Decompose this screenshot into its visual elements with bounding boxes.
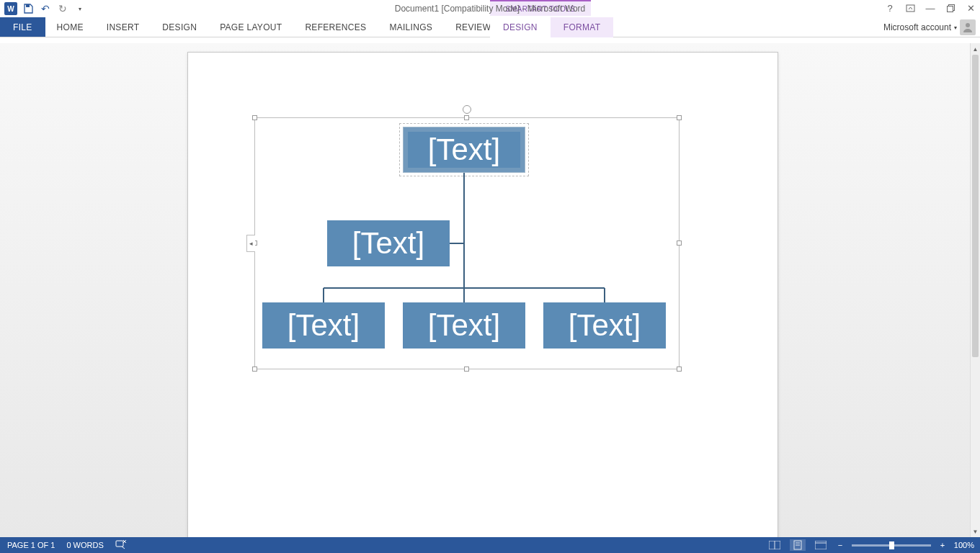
resize-handle[interactable] (252, 367, 257, 372)
view-read-mode-icon[interactable] (767, 539, 783, 551)
tab-references[interactable]: REFERENCES (293, 17, 378, 37)
avatar-icon (960, 19, 976, 35)
zoom-in-button[interactable]: + (938, 541, 947, 549)
view-web-layout-icon[interactable] (813, 539, 829, 551)
account-menu[interactable]: Microsoft account ▾ (883, 17, 976, 37)
close-icon[interactable]: ✕ (964, 1, 977, 14)
page-indicator[interactable]: PAGE 1 OF 1 (7, 541, 55, 549)
tab-smartart-format[interactable]: FORMAT (551, 17, 614, 37)
zoom-out-button[interactable]: − (836, 541, 845, 549)
resize-handle[interactable] (677, 115, 682, 120)
smartart-node-top[interactable]: [Text] (403, 127, 525, 173)
smartart-node-child-2[interactable]: [Text] (403, 302, 525, 349)
tab-mailings[interactable]: MAILINGS (378, 17, 444, 37)
resize-handle[interactable] (677, 240, 682, 246)
resize-handle[interactable] (464, 115, 469, 120)
contextual-tabs: DESIGN FORMAT (490, 17, 613, 37)
resize-handle[interactable] (252, 115, 257, 120)
scroll-up-icon[interactable]: ▲ (971, 43, 980, 55)
svg-rect-23 (815, 541, 827, 549)
save-icon[interactable] (22, 2, 35, 15)
scroll-thumb[interactable] (972, 55, 979, 357)
minimize-icon[interactable]: — (924, 1, 937, 14)
word-app-icon[interactable]: W (4, 2, 17, 15)
smartart-selection-frame[interactable]: ◂ [Text] [Text] [Text] [Text] [Text] (254, 117, 680, 369)
document-canvas[interactable]: ◂ [Text] [Text] [Text] [Text] [Text] (0, 43, 970, 537)
rotate-handle-icon[interactable] (463, 105, 471, 114)
tab-smartart-design[interactable]: DESIGN (490, 17, 551, 37)
tab-home[interactable]: HOME (45, 17, 95, 37)
redo-icon[interactable]: ↻ (56, 2, 69, 15)
tab-file[interactable]: FILE (0, 17, 45, 37)
text-pane-toggle-icon[interactable]: ◂ (246, 235, 255, 252)
page[interactable]: ◂ [Text] [Text] [Text] [Text] [Text] (187, 52, 778, 537)
svg-rect-6 (26, 4, 30, 7)
title-bar: W ↶ ↻ ▾ SMARTART TOOLS Document1 [Compat… (0, 0, 980, 17)
undo-icon[interactable]: ↶ (39, 2, 52, 15)
svg-rect-17 (116, 541, 123, 547)
ribbon-display-icon[interactable] (904, 1, 917, 14)
vertical-scrollbar[interactable]: ▲ ▼ (970, 43, 980, 537)
window-controls: ? — ✕ (883, 1, 977, 14)
zoom-slider[interactable] (852, 544, 931, 547)
resize-handle[interactable] (677, 367, 682, 372)
spellcheck-icon[interactable] (115, 539, 127, 551)
svg-rect-9 (947, 6, 953, 12)
smartart-node-child-1[interactable]: [Text] (262, 302, 385, 349)
help-icon[interactable]: ? (883, 1, 896, 14)
zoom-level[interactable]: 100% (954, 541, 974, 549)
zoom-slider-knob[interactable] (889, 541, 894, 549)
chevron-down-icon: ▾ (954, 24, 957, 31)
smartart-node-assistant[interactable]: [Text] (327, 220, 450, 266)
smartart-node-child-3[interactable]: [Text] (543, 302, 666, 349)
ribbon-collapsed-body (0, 37, 980, 43)
word-count[interactable]: 0 WORDS (66, 541, 103, 549)
restore-icon[interactable] (944, 1, 957, 14)
status-bar: PAGE 1 OF 1 0 WORDS − + 100% (0, 537, 980, 553)
quick-access-toolbar: W ↶ ↻ ▾ (0, 2, 86, 15)
tab-design[interactable]: DESIGN (151, 17, 208, 37)
window-title: Document1 [Compatibility Mode] - Microso… (395, 4, 586, 14)
svg-rect-7 (906, 5, 914, 12)
ribbon-tabs: FILE HOME INSERT DESIGN PAGE LAYOUT REFE… (0, 17, 980, 37)
view-print-layout-icon[interactable] (790, 539, 806, 551)
scroll-down-icon[interactable]: ▼ (971, 526, 980, 537)
account-label: Microsoft account (883, 22, 951, 32)
svg-point-10 (966, 23, 970, 27)
tab-insert[interactable]: INSERT (95, 17, 151, 37)
resize-handle[interactable] (464, 367, 469, 372)
tab-page-layout[interactable]: PAGE LAYOUT (208, 17, 293, 37)
qat-customize-icon[interactable]: ▾ (74, 2, 86, 15)
